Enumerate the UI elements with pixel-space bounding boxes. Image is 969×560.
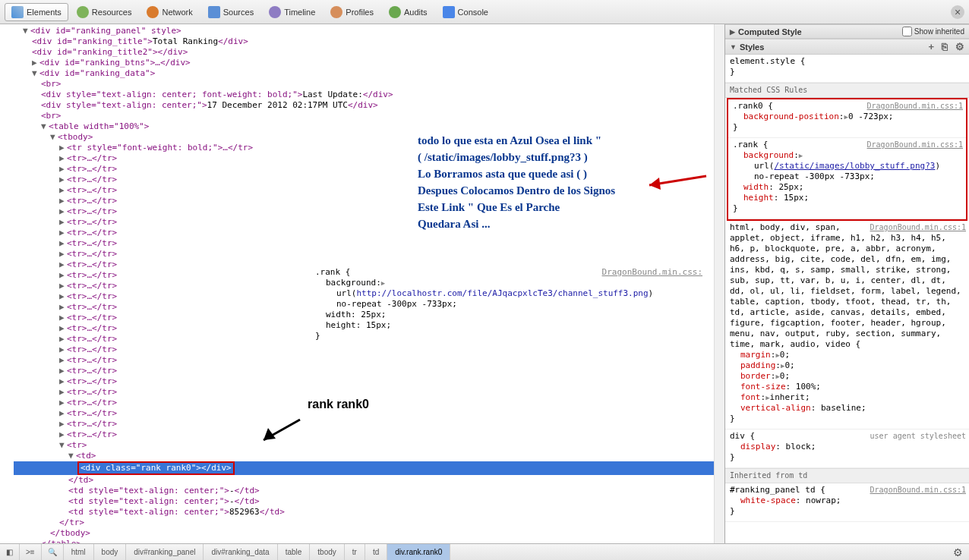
tab-sources[interactable]: Sources	[201, 3, 260, 21]
rank-rule[interactable]: DragonBound.min.css:1 .rank { background…	[728, 138, 966, 219]
gear-icon[interactable]: ⚙	[955, 41, 964, 52]
add-rule-icon[interactable]: +	[928, 41, 934, 52]
dock-button[interactable]: ◧	[0, 544, 20, 560]
crumb-td[interactable]: td	[365, 544, 387, 560]
element-style-rule[interactable]: element.style { }	[725, 55, 969, 83]
scrollbar[interactable]	[714, 24, 724, 543]
tab-profiles[interactable]: Profiles	[324, 3, 380, 21]
console-toggle[interactable]: >≡	[20, 544, 42, 560]
sources-icon	[208, 6, 220, 18]
timeline-icon	[269, 6, 281, 18]
settings-gear-icon[interactable]: ⚙	[947, 546, 969, 558]
breadcrumbs: html body div#ranking_panel div#ranking_…	[64, 544, 451, 560]
example-css-box: .rank {DragonBound.min.css: background:▶…	[315, 267, 702, 341]
bottom-bar: ◧ >≡ 🔍 html body div#ranking_panel div#r…	[0, 543, 969, 560]
toggle-state-icon[interactable]: ⎘	[942, 41, 948, 52]
styles-header[interactable]: ▼Styles +⎘⚙	[725, 39, 969, 55]
rank0-rule[interactable]: DragonBound.min.css:1 .rank0 { backgroun…	[728, 99, 966, 138]
dom-tree-panel[interactable]: ▼<div id="ranking_panel" style> <div id=…	[0, 24, 714, 543]
tab-network[interactable]: Network	[140, 3, 199, 21]
crumb-body[interactable]: body	[94, 544, 127, 560]
profiles-icon	[330, 6, 342, 18]
crumb-ranking-data[interactable]: div#ranking_data	[204, 544, 277, 560]
selected-dom-node[interactable]: <div class="rank rank0"></div>	[14, 461, 714, 475]
tab-audits[interactable]: Audits	[382, 3, 434, 21]
inspect-button[interactable]: 🔍	[42, 544, 64, 560]
ranking-td-rule[interactable]: DragonBound.min.css:1 #ranking_panel td …	[725, 483, 969, 522]
show-inherited-checkbox[interactable]: Show inherited	[902, 27, 964, 36]
arrow-red-icon	[634, 168, 710, 199]
tab-console[interactable]: Console	[436, 3, 495, 21]
crumb-tr[interactable]: tr	[345, 544, 365, 560]
resources-icon	[77, 6, 89, 18]
devtools-toolbar: Elements Resources Network Sources Timel…	[0, 0, 969, 24]
inherited-header: Inherited from td	[725, 468, 969, 483]
network-icon	[147, 6, 159, 18]
computed-style-header[interactable]: ▶Computed Style Show inherited	[725, 24, 969, 39]
styles-panel: ▶Computed Style Show inherited ▼Styles +…	[724, 24, 969, 543]
tab-elements[interactable]: Elements	[5, 3, 68, 21]
crumb-html[interactable]: html	[64, 544, 94, 560]
elements-icon	[11, 6, 24, 18]
arrow-black-icon	[254, 416, 308, 446]
console-icon	[443, 6, 455, 18]
crumb-ranking-panel[interactable]: div#ranking_panel	[126, 544, 204, 560]
crumb-table[interactable]: table	[278, 544, 311, 560]
crumb-div-rank[interactable]: div.rank.rank0	[387, 544, 450, 560]
matched-rules-header: Matched CSS Rules	[725, 83, 969, 98]
div-rule[interactable]: user agent stylesheet div { display: blo…	[725, 429, 969, 468]
tab-resources[interactable]: Resources	[70, 3, 139, 21]
svg-marker-1	[649, 178, 661, 190]
crumb-tbody[interactable]: tbody	[310, 544, 344, 560]
reset-rule[interactable]: DragonBound.min.css:1 html, body, div, s…	[725, 221, 969, 429]
close-button[interactable]: ×	[951, 5, 964, 19]
audits-icon	[389, 6, 401, 18]
tab-timeline[interactable]: Timeline	[262, 3, 322, 21]
